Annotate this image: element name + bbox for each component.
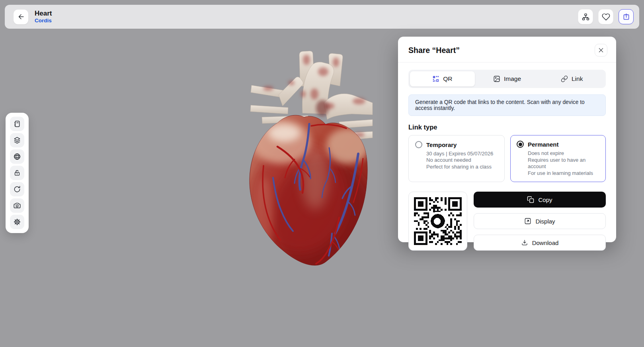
share-mode-tabs: QR Image Li bbox=[408, 70, 606, 88]
tab-image[interactable]: Image bbox=[475, 71, 540, 86]
info-banner: Generate a QR code that links to the con… bbox=[408, 94, 606, 116]
layers-tool-button[interactable] bbox=[10, 133, 24, 147]
tab-qr[interactable]: QR bbox=[410, 71, 475, 86]
display-button[interactable]: Display bbox=[474, 213, 606, 229]
layers-icon bbox=[13, 136, 21, 144]
title-block: Heart Cordis bbox=[35, 10, 52, 24]
option-label: Permanent bbox=[528, 141, 559, 148]
unlock-tool-button[interactable] bbox=[10, 166, 24, 180]
reset-rotation-icon bbox=[13, 185, 21, 193]
option-details: 30 days | Expires 05/07/2026 No account … bbox=[426, 151, 498, 170]
radio-temporary[interactable] bbox=[415, 141, 422, 148]
notebook-tool-button[interactable] bbox=[10, 117, 24, 131]
settings-tool-button[interactable] bbox=[10, 215, 24, 229]
page-title: Heart bbox=[35, 10, 52, 18]
link-type-heading: Link type bbox=[408, 124, 606, 131]
reset-view-tool-button[interactable] bbox=[10, 182, 24, 196]
tab-link[interactable]: Link bbox=[539, 71, 604, 86]
download-button[interactable]: Download bbox=[474, 235, 606, 251]
expand-icon bbox=[524, 218, 531, 225]
share-icon bbox=[622, 13, 630, 21]
favorite-button[interactable] bbox=[598, 9, 613, 24]
download-icon bbox=[521, 239, 528, 246]
radio-permanent[interactable] bbox=[517, 141, 524, 148]
side-toolbar bbox=[6, 113, 29, 233]
header-bar: Heart Cordis bbox=[5, 5, 639, 29]
link-icon bbox=[561, 75, 568, 82]
notebook-icon bbox=[13, 120, 21, 128]
back-button[interactable] bbox=[14, 10, 28, 24]
orbit-icon bbox=[13, 153, 21, 161]
qr-actions: Copy Display bbox=[474, 192, 606, 251]
qr-section: Copy Display bbox=[408, 192, 606, 251]
share-dialog: Share “Heart” bbox=[398, 37, 616, 242]
tab-label: Link bbox=[572, 75, 583, 82]
gear-icon bbox=[13, 218, 21, 226]
dialog-body: QR Image Li bbox=[398, 63, 616, 257]
image-icon bbox=[493, 75, 500, 82]
option-label: Temporary bbox=[426, 141, 457, 148]
hierarchy-icon bbox=[582, 13, 590, 21]
qr-code-icon bbox=[432, 75, 439, 82]
close-icon bbox=[598, 47, 604, 53]
close-button[interactable] bbox=[595, 44, 607, 57]
tab-label: QR bbox=[443, 75, 452, 82]
link-type-options: Temporary 30 days | Expires 05/07/2026 N… bbox=[408, 135, 606, 182]
header-actions bbox=[578, 9, 634, 24]
orbit-tool-button[interactable] bbox=[10, 149, 24, 164]
option-temporary[interactable]: Temporary 30 days | Expires 05/07/2026 N… bbox=[408, 135, 505, 182]
dialog-title: Share “Heart” bbox=[408, 46, 460, 55]
option-details: Does not expire Requires user to have an… bbox=[528, 150, 599, 176]
copy-button[interactable]: Copy bbox=[474, 192, 606, 208]
unlock-icon bbox=[13, 169, 21, 177]
screenshot-tool-button[interactable] bbox=[10, 198, 24, 213]
qr-code-preview bbox=[408, 192, 467, 251]
arrow-left-icon bbox=[17, 13, 25, 21]
dialog-header: Share “Heart” bbox=[398, 37, 616, 63]
share-button[interactable] bbox=[619, 9, 634, 24]
app-name-link[interactable]: Cordis bbox=[35, 18, 52, 24]
copy-icon bbox=[527, 196, 534, 203]
camera-icon bbox=[13, 202, 21, 210]
heart-model bbox=[240, 46, 375, 269]
option-permanent[interactable]: Permanent Does not expire Requires user … bbox=[510, 135, 606, 182]
hierarchy-button[interactable] bbox=[578, 9, 593, 24]
qr-code bbox=[414, 197, 462, 245]
heart-icon bbox=[602, 13, 610, 21]
tab-label: Image bbox=[504, 75, 521, 82]
